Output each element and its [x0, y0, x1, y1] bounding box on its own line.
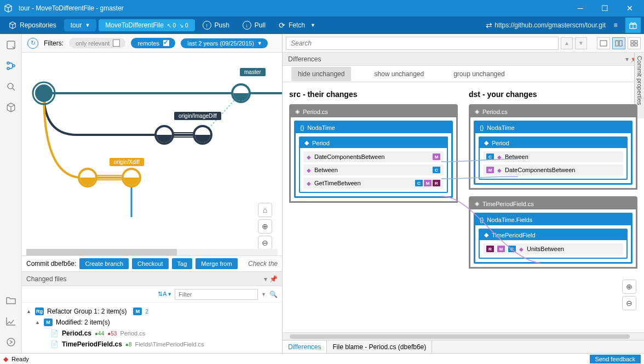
right-panel: ▲ ▼ Commit properties Differences▾ 📌 hid…	[283, 34, 644, 353]
sidebar-collapse-icon[interactable]	[4, 335, 18, 349]
search-row: ▲ ▼	[283, 34, 644, 53]
maximize-button[interactable]: ☐	[593, 0, 617, 16]
svg-rect-21	[631, 41, 634, 43]
sort-button[interactable]: ⇅A ▾	[158, 291, 171, 298]
svg-rect-19	[616, 41, 618, 46]
fetch-button[interactable]: ⟳Fetch▼	[273, 19, 321, 32]
checkout-button[interactable]: Checkout	[132, 258, 168, 269]
branch-label-master[interactable]: master	[240, 68, 266, 76]
filters-bar: ↻ Filters: only relevant remotes last 2 …	[22, 34, 282, 53]
svg-point-3	[7, 67, 9, 70]
branch-graph[interactable]: master origin/ImageDiff origin/Xdiff ⌂ ⊕…	[22, 53, 282, 255]
dropdown-icon[interactable]: ▾	[264, 275, 267, 283]
method-row[interactable]: RMC◆UnitsBetween	[483, 243, 623, 254]
svg-point-6	[7, 338, 15, 346]
sidebar-branches-icon[interactable]	[4, 59, 18, 72]
search-icon[interactable]: 🔍	[269, 291, 278, 298]
file-icon: 📄	[50, 340, 59, 348]
status-bar: ◆ Ready Send feedback	[0, 353, 644, 364]
diff-zoom-out-button[interactable]: ⊖	[622, 296, 636, 310]
svg-rect-22	[635, 41, 637, 43]
tab-show-unchanged[interactable]: show unchanged	[367, 67, 430, 81]
tree-file-1[interactable]: 📄 Period.cs ●44 ●53 Period.cs	[26, 328, 278, 339]
sync-icon[interactable]: ⇄	[486, 21, 492, 30]
merge-button[interactable]: Merge from	[196, 258, 237, 269]
commit-bar: Commit dbefb6e: Create branch Checkout T…	[22, 255, 282, 272]
repo-pill[interactable]: tour▼	[64, 19, 97, 31]
dst-title: dst - your changes	[469, 90, 637, 99]
view-grid-button[interactable]	[628, 37, 641, 49]
tree-file-2[interactable]: 📄 TimePeriodField.cs ●8 Fields\TimePerio…	[26, 339, 278, 350]
pin-icon[interactable]: 📌	[269, 275, 278, 283]
svg-point-5	[8, 83, 13, 89]
svg-point-2	[7, 62, 9, 64]
view-split-button[interactable]	[612, 37, 625, 49]
graph-scrollbar[interactable]	[26, 249, 278, 255]
title-bar: tour - MoveToDifferentFile - gmaster ─ ☐…	[0, 0, 644, 16]
gift-icon[interactable]	[625, 18, 641, 33]
method-row[interactable]: M◆DateComponentsBetween	[483, 164, 623, 175]
refresh-button[interactable]: ↻	[27, 38, 38, 49]
sidebar-explore-icon[interactable]	[4, 80, 18, 93]
differences-header: Differences▾ 📌	[283, 53, 644, 66]
tab-file-blame[interactable]: File blame - Period.cs (dbefb6e)	[327, 341, 432, 353]
src-file-card[interactable]: ◈Period.cs {}NodaTime ◆Period ◆DateCompo…	[289, 104, 458, 203]
search-prev-button[interactable]: ▲	[561, 37, 573, 49]
zoom-out-button[interactable]: ⊖	[258, 236, 272, 250]
filter-dropdown-icon[interactable]: ▼	[261, 292, 266, 297]
left-panel: ↻ Filters: only relevant remotes last 2 …	[22, 34, 283, 353]
repositories-button[interactable]: Repositories	[3, 19, 62, 31]
diff-scrollbar[interactable]	[283, 332, 644, 340]
commit-label: Commit dbefb6e:	[26, 260, 76, 268]
create-branch-button[interactable]: Create branch	[79, 258, 129, 269]
branch-label-xdiff[interactable]: origin/Xdiff	[110, 158, 144, 166]
method-row[interactable]: ◆GetTimeBetweenCMR	[303, 178, 444, 189]
window-title: tour - MoveToDifferentFile - gmaster	[19, 4, 568, 12]
zoom-home-button[interactable]: ⌂	[258, 203, 272, 217]
tab-differences[interactable]: Differences	[283, 341, 327, 353]
sidebar-home-icon[interactable]	[4, 38, 18, 52]
sidebar-folder-icon[interactable]	[4, 294, 18, 307]
push-button[interactable]: ↑Push	[197, 19, 235, 32]
filter-input[interactable]	[175, 289, 258, 300]
close-button[interactable]: ✕	[617, 0, 642, 16]
branch-pill[interactable]: MoveToDifferentFile ↖ 0 ↘ 0	[99, 19, 194, 31]
status-text: Ready	[12, 356, 29, 362]
filter-date[interactable]: last 2 years (09/25/2015)▼	[181, 38, 268, 48]
svg-rect-24	[635, 44, 637, 46]
dst-file-card-2[interactable]: ◈TimePeriodField.cs {}NodaTime.Fields ◆T…	[469, 196, 637, 269]
method-row[interactable]: ◆BetweenC	[303, 164, 444, 175]
tree-group[interactable]: ▲ Rg Refactor Group 1: 2 item(s) M 2	[26, 306, 278, 317]
main-toolbar: Repositories tour▼ MoveToDifferentFile ↖…	[0, 16, 644, 34]
dropdown-icon[interactable]: ▾	[625, 55, 629, 63]
menu-icon[interactable]: ≡	[608, 18, 623, 33]
diff-src-column: src - their changes ◈Period.cs {}NodaTim…	[289, 90, 458, 332]
method-row[interactable]: ◆DateComponentsBetweenM	[303, 151, 444, 162]
diff-zoom-in-button[interactable]: ⊕	[622, 280, 636, 294]
zoom-in-button[interactable]: ⊕	[258, 219, 272, 234]
diff-body: src - their changes ◈Period.cs {}NodaTim…	[283, 82, 644, 332]
search-next-button[interactable]: ▼	[575, 37, 587, 49]
tag-button[interactable]: Tag	[172, 258, 193, 269]
sidebar-chart-icon[interactable]	[4, 315, 18, 328]
dst-file-card-1[interactable]: ◈Period.cs {}NodaTime ◆Period C◆Between	[469, 104, 637, 190]
tree-modified[interactable]: ▲ M Modified: 2 item(s)	[26, 317, 278, 328]
search-input[interactable]	[286, 37, 559, 50]
filter-remotes[interactable]: remotes	[131, 38, 175, 48]
pull-button[interactable]: ↓Pull	[237, 19, 271, 32]
view-single-button[interactable]	[597, 37, 610, 49]
tab-hide-unchanged[interactable]: hide unchanged	[291, 67, 351, 81]
branch-label-imagediff[interactable]: origin/ImageDiff	[174, 112, 221, 120]
svg-rect-20	[619, 41, 622, 46]
minimize-button[interactable]: ─	[568, 0, 593, 16]
tab-group-unchanged[interactable]: group unchanged	[447, 67, 511, 81]
src-title: src - their changes	[289, 90, 458, 99]
diff-tabs: hide unchanged show unchanged group unch…	[283, 66, 644, 82]
method-row[interactable]: C◆Between	[483, 151, 623, 162]
send-feedback-button[interactable]: Send feedback	[590, 355, 641, 363]
sidebar-box-icon[interactable]	[4, 101, 18, 114]
status-icon: ◆	[3, 355, 8, 363]
filter-only-relevant[interactable]: only relevant	[69, 38, 125, 48]
changed-files-tree: ▲ Rg Refactor Group 1: 2 item(s) M 2 ▲ M…	[22, 303, 282, 353]
remote-url[interactable]: https://github.com/gmasterscm/tour.git	[495, 21, 606, 29]
